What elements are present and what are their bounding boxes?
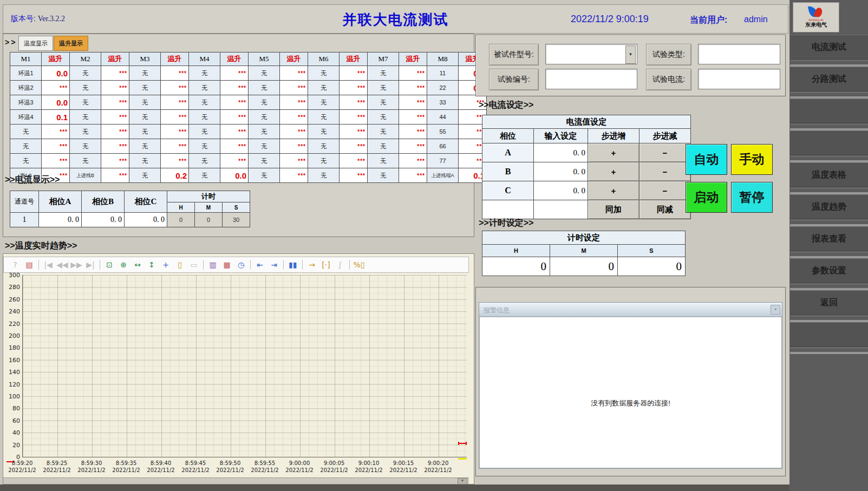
step-decrease-button[interactable]: − xyxy=(639,143,691,162)
current-input-field[interactable]: 0. 0 xyxy=(534,181,588,200)
cursor-trace-icon[interactable]: → xyxy=(306,259,318,270)
measure-point-label: 无 xyxy=(249,168,280,183)
step-increase-button[interactable]: + xyxy=(588,162,639,181)
phase-label: B xyxy=(482,162,534,181)
step-decrease-button[interactable]: − xyxy=(639,162,691,181)
tab-temperature-display[interactable]: 温度显示 xyxy=(18,36,53,51)
test-number-input[interactable] xyxy=(545,69,637,89)
y-tick-label: 80 xyxy=(4,405,20,412)
bulk-input-field[interactable] xyxy=(534,200,588,219)
pause-button[interactable]: 暂停 xyxy=(731,182,773,213)
integral-icon[interactable]: ∫ xyxy=(334,259,346,270)
timer-value-field[interactable]: 0 xyxy=(550,257,618,276)
pan-icon[interactable]: + xyxy=(160,259,172,270)
sidebar-item-6[interactable]: 报表查看 xyxy=(790,226,868,251)
go-last-icon[interactable]: ▶| xyxy=(84,259,96,270)
cursor-bracket-icon[interactable]: [·] xyxy=(320,259,332,270)
scroll-chart-right-icon[interactable]: ⇥ xyxy=(268,259,280,270)
scroll-chart-left-icon[interactable]: ⇤ xyxy=(254,259,266,270)
test-current-input[interactable] xyxy=(698,69,780,89)
auto-button[interactable]: 自动 xyxy=(686,144,727,175)
timer-value-field[interactable]: 0 xyxy=(482,257,550,276)
current-display-row: 1 0. 0 0. 0 0. 0 0 0 30 xyxy=(10,213,250,227)
x-tick-label: 8:59:352022/11/2 xyxy=(109,460,143,473)
tab-temperature-rise-display[interactable]: 温升显示 xyxy=(54,36,88,51)
alarm-close-button[interactable]: ▪ xyxy=(771,305,780,315)
device-model-combo[interactable]: ▼ xyxy=(545,44,637,64)
scale-ruler-icon[interactable]: ▯ xyxy=(174,259,186,270)
current-input-field[interactable]: 0. 0 xyxy=(534,162,588,181)
timer-setting-table: 计时设定 HMS 000 xyxy=(482,231,686,276)
temperature-rise-value: *** xyxy=(220,125,249,139)
zoom-in-icon[interactable]: ⊕ xyxy=(118,259,129,270)
step-increase-button[interactable]: + xyxy=(588,143,639,162)
x-tick-label: 8:59:452022/11/2 xyxy=(178,460,213,473)
history-clock-icon[interactable]: ◷ xyxy=(235,259,247,270)
sidebar-item-blank-9[interactable] xyxy=(790,322,868,347)
chart-plot-area[interactable] xyxy=(22,275,467,457)
measure-point-label: 无 xyxy=(189,139,220,154)
sidebar-item-4[interactable]: 温度表格 xyxy=(790,162,868,187)
rewind-icon[interactable]: ◀◀ xyxy=(56,259,68,270)
y-tick-label: 100 xyxy=(4,393,20,400)
current-input-field[interactable]: 0. 0 xyxy=(534,143,588,162)
x-tick-time: 9:00:20 xyxy=(421,460,455,466)
temperature-rise-value: *** xyxy=(101,125,129,139)
zoom-vertical-icon[interactable]: ↕ xyxy=(146,259,158,270)
bulk-increase-button[interactable]: 同加 xyxy=(588,200,639,219)
sidebar-separator xyxy=(790,251,868,258)
test-type-input[interactable] xyxy=(698,44,780,64)
pause-trend-icon[interactable]: ▮▮ xyxy=(287,259,299,270)
rise-col-header: 温升 xyxy=(220,53,249,66)
measure-point-label: 无 xyxy=(129,66,161,81)
sidebar-item-blank-2[interactable] xyxy=(790,99,868,123)
temperature-rise-value: *** xyxy=(42,125,70,139)
help-icon[interactable]: ? xyxy=(9,259,21,270)
sidebar-item-5[interactable]: 温度趋势 xyxy=(790,194,868,219)
timer-value-field[interactable]: 0 xyxy=(618,257,686,276)
measure-point-label: 环温3 xyxy=(10,95,42,110)
start-button[interactable]: 启动 xyxy=(686,182,727,213)
sidebar-item-label: 分路测试 xyxy=(812,74,846,85)
x-tick-time: 9:00:10 xyxy=(351,460,386,466)
x-tick-date: 2022/11/2 xyxy=(421,467,455,473)
logo-icon xyxy=(809,4,823,18)
measure-point-label: 无 xyxy=(308,168,340,183)
percent-scale-icon[interactable]: %▯ xyxy=(353,259,365,270)
split-panes-icon[interactable]: ▥ xyxy=(207,259,219,270)
zoom-box-icon[interactable]: ⊡ xyxy=(103,259,115,270)
temperature-rise-value: *** xyxy=(161,95,189,110)
measure-point-label: 77 xyxy=(427,154,459,168)
step-decrease-button[interactable]: − xyxy=(639,181,691,200)
temperature-rise-value: *** xyxy=(220,139,249,154)
sidebar-item-1[interactable]: 分路测试 xyxy=(790,67,868,91)
x-tick-date: 2022/11/2 xyxy=(386,467,421,473)
chart-scrollbar-button[interactable]: ▼ xyxy=(458,478,467,485)
chart-scrollbar[interactable] xyxy=(3,477,469,484)
grid-chart-icon[interactable]: ▦ xyxy=(221,259,233,270)
trend-settings-icon[interactable]: ▤ xyxy=(23,259,35,270)
x-tick-time: 9:00:15 xyxy=(386,460,421,466)
chevron-down-icon[interactable]: ▼ xyxy=(625,45,636,64)
measure-point-label: 无 xyxy=(129,125,161,139)
sidebar-item-7[interactable]: 参数设置 xyxy=(790,258,868,283)
go-first-icon[interactable]: |◀ xyxy=(42,259,54,270)
fast-forward-icon[interactable]: ▶▶ xyxy=(70,259,82,270)
legend-icon[interactable]: ▭ xyxy=(188,259,200,270)
sidebar-item-0[interactable]: 电流测试 xyxy=(790,35,868,60)
chart-cursor-marker-right xyxy=(458,443,467,444)
bulk-decrease-button[interactable]: 同减 xyxy=(639,200,691,219)
temperature-rise-value: *** xyxy=(42,139,70,154)
measure-point-label: 无 xyxy=(70,66,101,81)
timer-h-header: H xyxy=(167,202,195,213)
step-increase-button[interactable]: + xyxy=(588,181,639,200)
sidebar-separator xyxy=(790,219,868,226)
device-model-label: 被试件型号: xyxy=(489,44,539,66)
manual-button[interactable]: 手动 xyxy=(731,144,773,175)
zoom-horizontal-icon[interactable]: ↔ xyxy=(132,259,143,270)
temperature-rise-value: *** xyxy=(101,81,129,95)
phase-col-header: 相位 xyxy=(482,129,534,143)
sidebar-item-8[interactable]: 返回 xyxy=(790,290,868,315)
sidebar-item-blank-3[interactable] xyxy=(790,130,868,155)
toolbar-separator xyxy=(100,260,100,270)
